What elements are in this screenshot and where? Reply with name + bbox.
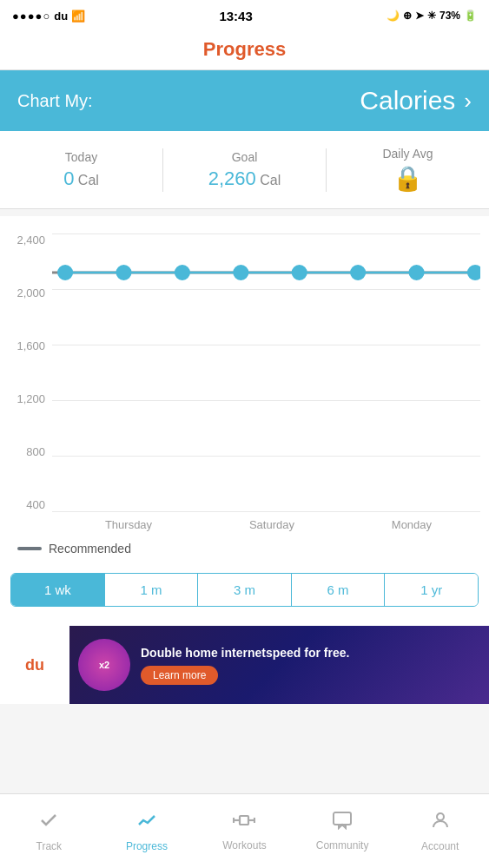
y-label-800: 800 [2, 445, 45, 458]
battery-icon: 🔋 [464, 10, 477, 22]
nav-workouts-label: Workouts [222, 839, 266, 852]
nav-community[interactable]: Community [294, 802, 392, 860]
nav-progress[interactable]: Progress [98, 801, 196, 861]
legend-line-icon [17, 547, 42, 550]
time-btn-3m[interactable]: 3 m [198, 574, 292, 606]
legend-label: Recommended [49, 542, 131, 556]
svg-point-3 [175, 266, 189, 279]
account-icon [430, 810, 451, 836]
ad-banner[interactable]: du x2 Double home internetspeed for free… [0, 626, 489, 704]
y-axis: 2,400 2,000 1,600 1,200 800 400 [2, 233, 45, 511]
svg-point-5 [293, 266, 307, 279]
chart-my-label: Chart My: [17, 91, 93, 111]
grid-line-bottom [52, 511, 480, 512]
daily-avg-stat: Daily Avg 🔒 [327, 143, 489, 196]
time-range-selector[interactable]: 1 wk 1 m 3 m 6 m 1 yr [10, 573, 479, 607]
community-icon [332, 811, 353, 835]
ad-text-area: Double home internetspeed for free. Lear… [130, 636, 489, 694]
wifi-icon: 📶 [71, 10, 85, 23]
x-label-thursday: Thursday [105, 518, 152, 531]
location-icon: ⊕ [403, 10, 412, 22]
nav-track[interactable]: Track [0, 801, 98, 861]
x-label-saturday: Saturday [249, 518, 294, 531]
bottom-nav: Track Progress Workouts Co [0, 793, 489, 868]
today-value: 0 Cal [9, 168, 154, 190]
y-label-2400: 2,400 [2, 233, 45, 247]
ad-learn-more-button[interactable]: Learn more [141, 666, 218, 685]
nav-account-label: Account [421, 840, 459, 852]
y-label-2000: 2,000 [2, 286, 45, 299]
svg-point-1 [58, 266, 72, 279]
status-time: 13:43 [219, 9, 252, 23]
battery-percent: 73% [439, 10, 460, 22]
status-left: ●●●●○ du 📶 [12, 10, 85, 23]
page-title: Progress [203, 38, 286, 60]
goal-value: 2,260 Cal [172, 168, 317, 190]
moon-icon: 🌙 [387, 10, 400, 22]
y-label-1600: 1,600 [2, 339, 45, 352]
y-label-400: 400 [2, 498, 45, 511]
svg-point-4 [234, 266, 248, 279]
chart-svg [52, 233, 480, 511]
time-btn-6m[interactable]: 6 m [292, 574, 386, 606]
chart-area: 2,400 2,000 1,600 1,200 800 400 [0, 216, 489, 626]
arrow-icon: ➤ [415, 10, 424, 22]
x-label-monday: Monday [392, 518, 432, 531]
nav-progress-label: Progress [126, 840, 168, 852]
chart-container: 2,400 2,000 1,600 1,200 800 400 [52, 233, 480, 511]
svg-point-8 [468, 266, 480, 279]
svg-point-15 [437, 813, 444, 820]
svg-rect-9 [240, 816, 248, 825]
time-btn-1yr[interactable]: 1 yr [385, 574, 478, 606]
carrier-name: du [54, 10, 68, 23]
chevron-right-icon: › [464, 88, 472, 115]
nav-community-label: Community [316, 839, 369, 852]
ad-headline: Double home internetspeed for free. [141, 645, 479, 661]
track-icon [38, 810, 59, 836]
lock-icon: 🔒 [335, 164, 480, 193]
page-header: Progress [0, 31, 489, 70]
goal-stat: Goal 2,260 Cal [163, 147, 326, 194]
today-stat: Today 0 Cal [0, 147, 162, 194]
ad-circle: x2 [78, 639, 130, 691]
workouts-icon [233, 811, 255, 835]
progress-icon [136, 810, 157, 836]
chart-my-bar[interactable]: Chart My: Calories › [0, 70, 489, 131]
stats-row: Today 0 Cal Goal 2,260 Cal Daily Avg 🔒 [0, 131, 489, 209]
ad-logo-text: du [25, 656, 44, 674]
status-right: 🌙 ⊕ ➤ ✳ 73% 🔋 [387, 10, 477, 22]
time-btn-1wk[interactable]: 1 wk [11, 574, 105, 606]
ad-images: x2 Double home internetspeed for free. L… [69, 626, 489, 704]
y-label-1200: 1,200 [2, 392, 45, 405]
nav-account[interactable]: Account [391, 801, 489, 861]
status-bar: ●●●●○ du 📶 13:43 🌙 ⊕ ➤ ✳ 73% 🔋 [0, 0, 489, 31]
svg-point-7 [410, 266, 424, 279]
nav-workouts[interactable]: Workouts [195, 802, 294, 860]
nav-track-label: Track [36, 840, 63, 852]
time-btn-1m[interactable]: 1 m [105, 574, 199, 606]
chart-my-value: Calories [360, 86, 455, 115]
today-label: Today [9, 150, 154, 164]
svg-point-6 [351, 266, 365, 279]
signal-dots: ●●●●○ [12, 10, 50, 23]
ad-logo: du [0, 626, 69, 704]
svg-rect-14 [334, 812, 351, 825]
goal-label: Goal [172, 150, 317, 164]
x-labels: Thursday Saturday Monday [0, 511, 489, 531]
bluetooth-icon: ✳ [427, 10, 436, 22]
chart-legend: Recommended [0, 531, 489, 566]
svg-point-2 [116, 266, 130, 279]
daily-avg-label: Daily Avg [335, 147, 480, 161]
